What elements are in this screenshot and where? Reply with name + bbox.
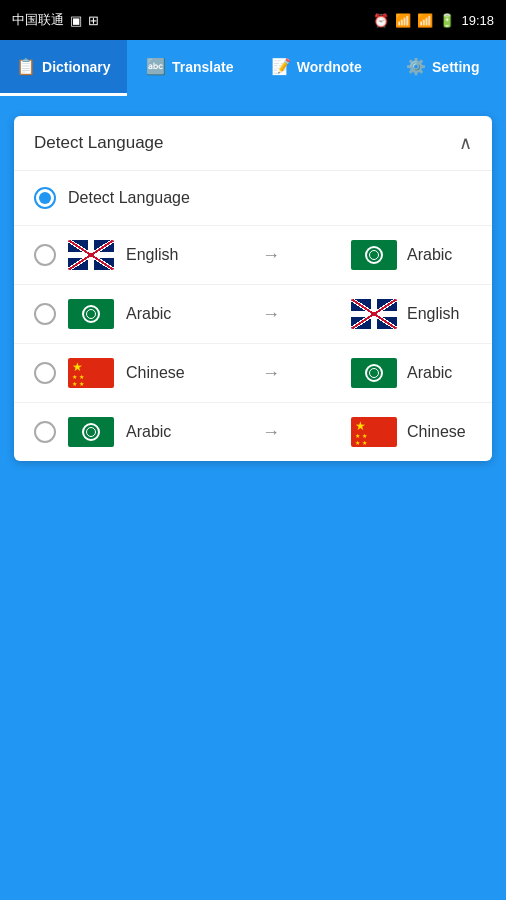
arrow-icon-4: → [203, 422, 339, 443]
list-item[interactable]: ★ ★ ★ ★ ★ Chinese → Arabic [14, 344, 492, 403]
flag-arab-from-2 [68, 417, 114, 447]
tab-setting[interactable]: ⚙️ Setting [380, 40, 507, 96]
apps-icon: ⊞ [88, 13, 99, 28]
lang-pair-right: Arabic [351, 240, 472, 270]
from-lang-arabic-2: Arabic [126, 423, 191, 441]
tab-wordnote-label: Wordnote [297, 59, 362, 75]
china-star-small-2: ★ ★ [72, 381, 84, 387]
chevron-up-icon: ∧ [459, 132, 472, 154]
tab-setting-label: Setting [432, 59, 479, 75]
arrow-icon: → [203, 245, 339, 266]
china-stars-2: ★ ★ ★ ★ ★ [355, 420, 367, 446]
lang-pair-right-4: ★ ★ ★ ★ ★ Chinese [351, 417, 472, 447]
china-star-small-4: ★ ★ [355, 440, 367, 446]
detect-language-option[interactable]: Detect Language [14, 171, 492, 226]
radio-inner [39, 192, 51, 204]
radio-english-arabic [34, 244, 56, 266]
arab-emblem-icon-3 [365, 364, 383, 382]
time-label: 19:18 [461, 13, 494, 28]
arab-emblem-icon [365, 246, 383, 264]
list-item[interactable]: Arabic → English [14, 285, 492, 344]
battery-icon: 🔋 [439, 13, 455, 28]
radio-chinese-arabic [34, 362, 56, 384]
carrier-label: 中国联通 [12, 11, 64, 29]
wifi-icon: 📶 [395, 13, 411, 28]
arrow-icon-2: → [203, 304, 339, 325]
flag-arab-from [68, 299, 114, 329]
content-area: Detect Language ∧ Detect Language Englis… [0, 96, 506, 900]
flag-uk-to [351, 299, 397, 329]
radio-arabic-english [34, 303, 56, 325]
lang-pair-right-3: Arabic [351, 358, 472, 388]
china-star-small: ★ ★ [72, 374, 84, 380]
tab-dictionary[interactable]: 📋 Dictionary [0, 40, 127, 96]
to-lang-english: English [407, 305, 472, 323]
flag-uk-from [68, 240, 114, 270]
from-lang-english: English [126, 246, 191, 264]
sim-icon: ▣ [70, 13, 82, 28]
dropdown-header-title: Detect Language [34, 133, 164, 153]
to-lang-arabic: Arabic [407, 246, 472, 264]
arrow-icon-3: → [203, 363, 339, 384]
tab-wordnote[interactable]: 📝 Wordnote [253, 40, 380, 96]
list-item[interactable]: Arabic → ★ ★ ★ ★ ★ Chinese [14, 403, 492, 461]
to-lang-chinese: Chinese [407, 423, 472, 441]
china-stars: ★ ★ ★ ★ ★ [72, 361, 84, 387]
detect-language-label: Detect Language [68, 189, 190, 207]
to-lang-arabic-2: Arabic [407, 364, 472, 382]
from-lang-arabic: Arabic [126, 305, 191, 323]
setting-icon: ⚙️ [406, 57, 426, 76]
china-star-big-2: ★ [355, 420, 367, 432]
tab-translate[interactable]: 🔤 Translate [127, 40, 254, 96]
translate-icon: 🔤 [146, 57, 166, 76]
dictionary-icon: 📋 [16, 57, 36, 76]
flag-china-from: ★ ★ ★ ★ ★ [68, 358, 114, 388]
flag-arab-to-2 [351, 358, 397, 388]
nav-tabs: 📋 Dictionary 🔤 Translate 📝 Wordnote ⚙️ S… [0, 40, 506, 96]
flag-arab-to [351, 240, 397, 270]
alarm-icon: ⏰ [373, 13, 389, 28]
lang-pair-right-2: English [351, 299, 472, 329]
tab-translate-label: Translate [172, 59, 233, 75]
from-lang-chinese: Chinese [126, 364, 191, 382]
flag-china-to: ★ ★ ★ ★ ★ [351, 417, 397, 447]
status-bar: 中国联通 ▣ ⊞ ⏰ 📶 📶 🔋 19:18 [0, 0, 506, 40]
dropdown-header[interactable]: Detect Language ∧ [14, 116, 492, 171]
language-dropdown-card: Detect Language ∧ Detect Language Englis… [14, 116, 492, 461]
radio-detect [34, 187, 56, 209]
signal-icon: 📶 [417, 13, 433, 28]
china-star-big: ★ [72, 361, 84, 373]
radio-arabic-chinese [34, 421, 56, 443]
arab-emblem-icon-2 [82, 305, 100, 323]
arab-emblem-icon-4 [82, 423, 100, 441]
wordnote-icon: 📝 [271, 57, 291, 76]
status-right: ⏰ 📶 📶 🔋 19:18 [373, 13, 494, 28]
list-item[interactable]: English → Arabic [14, 226, 492, 285]
status-left: 中国联通 ▣ ⊞ [12, 11, 99, 29]
china-star-small-3: ★ ★ [355, 433, 367, 439]
tab-dictionary-label: Dictionary [42, 59, 110, 75]
